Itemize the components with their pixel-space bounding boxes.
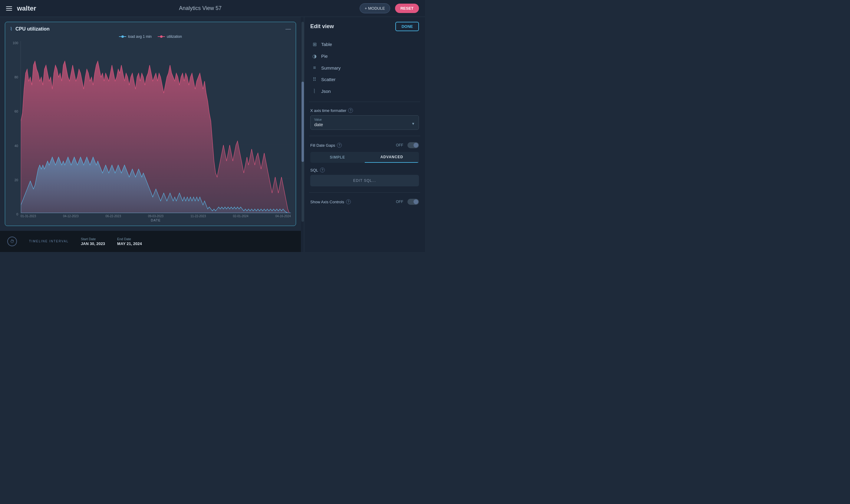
x-label-7: 04-16-2024 [276,215,291,218]
legend-item-load: load avg 1 min [119,35,152,39]
timeline-icon: ⏱ [7,237,17,246]
view-option-json[interactable]: ⦚ Json [308,85,421,97]
tab-switch: SIMPLE ADVANCED [310,152,419,163]
edit-view-title: Edit view [310,23,334,30]
chart-svg [21,41,291,213]
timeline-bar: ⏱ TIMELINE INTERVAL Start Date JAN 30, 2… [0,231,301,252]
scroll-thumb[interactable] [301,82,304,162]
x-axis-labels: 01-31-2023 04-12-2023 06-22-2023 09-03-2… [21,213,291,218]
minimize-button[interactable]: — [285,26,291,32]
reset-button[interactable]: RESET [395,4,419,13]
x-label-5: 11-22-2023 [190,215,206,218]
divider-2 [309,136,420,136]
x-axis-title: DATE [21,218,291,222]
view-option-json-label: Json [321,89,331,94]
y-axis: 100 80 60 40 20 0 [10,41,21,222]
x-label-1: 01-31-2023 [21,215,36,218]
chart-card: ⌇ CPU utilization — load avg 1 min [5,22,296,226]
show-axis-controls-label: Show Axis Controls ? [310,199,351,204]
chart-title: CPU utilization [15,26,50,32]
y-label-20: 20 [10,178,18,182]
x-label-3: 06-22-2023 [106,215,121,218]
fill-date-gaps-label: Fill Date Gaps ? [310,143,342,148]
y-label-40: 40 [10,144,18,148]
tab-simple[interactable]: SIMPLE [310,152,365,163]
axis-controls-off-label: OFF [396,200,403,204]
dropdown-field-label: Value [314,118,415,121]
right-panel: Edit view DONE ⊞ Table ◑ Pie ≡ Summary ⠿… [304,17,425,252]
y-label-80: 80 [10,75,18,79]
end-date-group: End Date MAY 21, 2024 [117,237,142,246]
done-button[interactable]: DONE [395,22,419,31]
fill-date-gaps-row: Fill Date Gaps ? OFF [304,139,425,152]
add-module-button[interactable]: + MODULE [360,3,390,13]
view-options: ⊞ Table ◑ Pie ≡ Summary ⠿ Scatter ⦚ Json [304,36,425,99]
view-option-scatter[interactable]: ⠿ Scatter [308,73,421,85]
pie-icon: ◑ [312,53,318,59]
view-option-pie[interactable]: ◑ Pie [308,50,421,62]
x-label-4: 09-03-2023 [148,215,163,218]
show-axis-controls-toggle[interactable] [407,199,419,205]
show-axis-controls-control: OFF [396,199,419,205]
page-title: Analytics View 57 [46,5,355,12]
x-axis-formatter-section: X axis time formatter ? Value date ▼ [304,104,425,133]
start-date-value: JAN 30, 2023 [81,241,105,246]
edit-view-header: Edit view DONE [304,17,425,36]
scroll-track-area [301,17,304,252]
dropdown-arrow-icon: ▼ [411,122,415,126]
start-date-group: Start Date JAN 30, 2023 [81,237,105,246]
summary-icon: ≡ [312,65,318,71]
x-label-6: 02-01-2024 [233,215,248,218]
view-option-scatter-label: Scatter [321,77,336,82]
y-label-0: 0 [10,212,18,216]
table-icon: ⊞ [312,41,318,47]
x-axis-dropdown[interactable]: Value date ▼ [310,115,419,130]
toggle-thumb-axis [413,199,418,204]
chart-title-row: ⌇ CPU utilization [10,26,50,32]
y-label-60: 60 [10,109,18,113]
edit-sql-button[interactable]: EDIT SQL... [310,175,419,186]
view-option-table[interactable]: ⊞ Table [308,38,421,50]
timeline-label: TIMELINE INTERVAL [29,239,69,243]
divider-1 [309,102,420,102]
x-axis-help-icon[interactable]: ? [348,108,353,113]
app-logo: walter [17,4,36,13]
axis-controls-help-icon[interactable]: ? [346,199,351,204]
legend-label-load: load avg 1 min [128,35,152,39]
end-date-label: End Date [117,237,142,241]
hamburger-menu[interactable] [6,6,12,11]
x-axis-formatter-label: X axis time formatter ? [310,108,419,113]
view-option-table-label: Table [321,42,332,47]
sql-help-icon[interactable]: ? [320,167,325,173]
sql-label: SQL ? [310,167,419,173]
sql-section: SQL ? EDIT SQL... [304,165,425,190]
fill-date-off-label: OFF [396,143,403,147]
dropdown-field-value: date [314,122,415,127]
x-label-2: 04-12-2023 [63,215,78,218]
main-layout: ⌇ CPU utilization — load avg 1 min [0,17,425,252]
fill-date-gaps-control: OFF [396,142,419,148]
left-panel: ⌇ CPU utilization — load avg 1 min [0,17,301,252]
json-icon: ⦚ [312,88,318,94]
view-option-pie-label: Pie [321,54,328,59]
chart-container: ⌇ CPU utilization — load avg 1 min [0,17,301,231]
y-label-100: 100 [10,41,18,45]
view-option-summary-label: Summary [321,65,340,71]
app-header: walter Analytics View 57 + MODULE RESET [0,0,425,17]
scatter-icon: ⠿ [312,76,318,82]
chart-header: ⌇ CPU utilization — [10,26,291,32]
legend-item-utilization: utilization [158,35,182,39]
show-axis-controls-row: Show Axis Controls ? OFF [304,195,425,209]
fill-date-gaps-toggle[interactable] [407,142,419,148]
end-date-value: MAY 21, 2024 [117,241,142,246]
fill-date-help-icon[interactable]: ? [337,143,342,148]
chart-body: 100 80 60 40 20 0 [10,41,291,222]
chart-type-icon: ⌇ [10,26,13,32]
toggle-thumb-fill [413,143,418,148]
tab-advanced[interactable]: ADVANCED [365,152,419,163]
start-date-label: Start Date [81,237,105,241]
view-option-summary[interactable]: ≡ Summary [308,62,421,73]
chart-plot [21,41,291,213]
legend-label-utilization: utilization [167,35,182,39]
scroll-track[interactable] [301,22,304,222]
